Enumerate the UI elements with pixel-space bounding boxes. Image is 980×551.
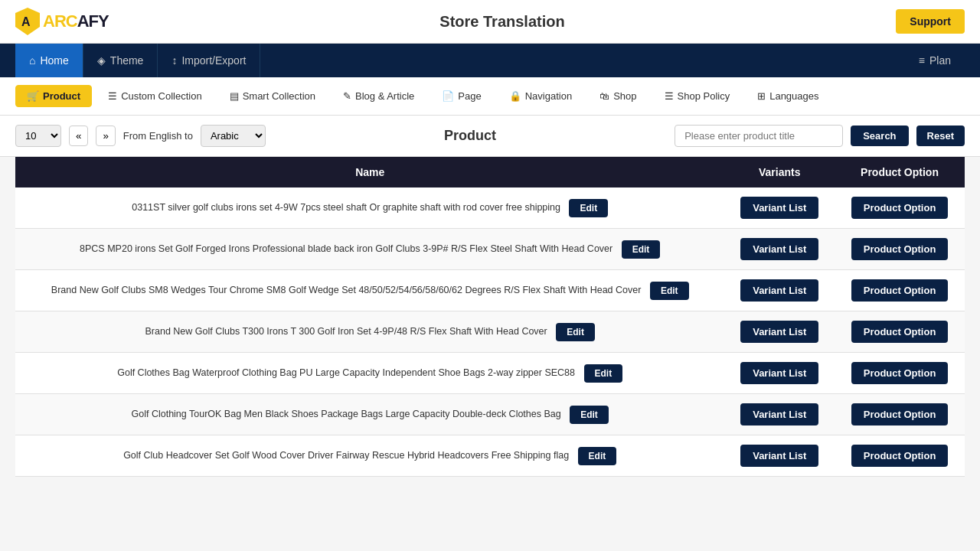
product-name-cell: Golf Club Headcover Set Golf Wood Cover …: [15, 435, 724, 477]
page-size-select[interactable]: 10 25 50 100: [15, 125, 61, 147]
sub-nav: 🛒 Product ☰ Custom Collection ▤ Smart Co…: [0, 77, 980, 116]
toolbar: 10 25 50 100 « » From English to Arabic …: [0, 116, 980, 157]
edit-button[interactable]: Edit: [650, 282, 689, 300]
table-header-row: Name Variants Product Option: [15, 157, 965, 187]
col-header-product-option: Product Option: [835, 157, 965, 187]
page-icon: 📄: [442, 90, 454, 102]
product-option-button[interactable]: Product Option: [851, 321, 949, 343]
variant-list-button[interactable]: Variant List: [740, 279, 818, 302]
custom-icon: ☰: [108, 90, 117, 102]
variant-list-button[interactable]: Variant List: [740, 445, 818, 467]
table-row: Golf Clothing TourOK Bag Men Black Shoes…: [15, 394, 965, 435]
navigation-icon: 🔒: [509, 90, 521, 102]
support-button[interactable]: Support: [896, 9, 965, 34]
nav-item-theme[interactable]: ◈ Theme: [83, 44, 158, 77]
home-icon: ⌂: [29, 54, 35, 67]
logo-text: ARCAFY: [43, 11, 109, 31]
product-option-button[interactable]: Product Option: [851, 445, 949, 467]
product-option-cell: Product Option: [835, 311, 965, 353]
variants-cell: Variant List: [724, 229, 835, 270]
sub-nav-page[interactable]: 📄 Page: [430, 85, 492, 107]
product-name: Golf Club Headcover Set Golf Wood Cover …: [123, 450, 569, 461]
nav-links: ⌂ Home ◈ Theme ↕ Import/Export: [15, 44, 260, 77]
import-icon: ↕: [172, 54, 177, 67]
logo-icon: A: [15, 8, 40, 35]
prev-page-button[interactable]: «: [69, 126, 88, 146]
sub-nav-custom-collection[interactable]: ☰ Custom Collection: [96, 85, 214, 107]
product-name: Brand New Golf Clubs SM8 Wedges Tour Chr…: [51, 285, 642, 295]
product-option-button[interactable]: Product Option: [851, 362, 949, 384]
product-name: 0311ST silver golf clubs irons set 4-9W …: [132, 202, 560, 213]
product-option-button[interactable]: Product Option: [851, 403, 949, 425]
variant-list-button[interactable]: Variant List: [740, 197, 818, 219]
table-row: Brand New Golf Clubs T300 Irons T 300 Go…: [15, 311, 965, 353]
product-name: 8PCS MP20 irons Set Golf Forged Irons Pr…: [80, 243, 612, 254]
header: A ARCAFY Store Translation Support: [0, 0, 980, 44]
variant-list-button[interactable]: Variant List: [740, 321, 818, 343]
cart-icon: 🛒: [27, 90, 39, 102]
edit-button[interactable]: Edit: [584, 364, 623, 383]
sub-nav-navigation[interactable]: 🔒 Navigation: [498, 85, 583, 107]
from-label: From English to: [123, 130, 193, 142]
logo: A ARCAFY: [15, 8, 109, 35]
product-option-button[interactable]: Product Option: [851, 197, 949, 219]
toolbar-title: Product: [273, 128, 667, 144]
table-row: 8PCS MP20 irons Set Golf Forged Irons Pr…: [15, 229, 965, 270]
edit-button[interactable]: Edit: [570, 406, 609, 424]
table-row: 0311ST silver golf clubs irons set 4-9W …: [15, 187, 965, 229]
theme-icon: ◈: [97, 54, 106, 67]
nav-bar: ⌂ Home ◈ Theme ↕ Import/Export ≡ Plan: [0, 44, 980, 77]
variants-cell: Variant List: [724, 187, 835, 229]
col-header-name: Name: [15, 157, 724, 187]
edit-button[interactable]: Edit: [578, 447, 617, 465]
search-button[interactable]: Search: [851, 126, 908, 146]
sub-nav-languages[interactable]: ⊞ Languages: [746, 85, 830, 107]
nav-item-home[interactable]: ⌂ Home: [15, 44, 83, 77]
table-container: Name Variants Product Option 0311ST silv…: [0, 157, 980, 492]
blog-icon: ✎: [343, 90, 351, 102]
policy-icon: ☰: [665, 90, 674, 102]
sub-nav-shop[interactable]: 🛍 Shop: [588, 85, 648, 107]
product-option-cell: Product Option: [835, 353, 965, 394]
page-title: Store Translation: [439, 13, 564, 31]
product-name-cell: Golf Clothes Bag Waterproof Clothing Bag…: [15, 353, 724, 394]
product-name-cell: Brand New Golf Clubs SM8 Wedges Tour Chr…: [15, 270, 724, 311]
plan-icon: ≡: [919, 54, 925, 67]
language-select[interactable]: Arabic French Spanish German: [201, 125, 266, 147]
variants-cell: Variant List: [724, 435, 835, 477]
sub-nav-shop-policy[interactable]: ☰ Shop Policy: [653, 85, 742, 107]
product-option-button[interactable]: Product Option: [851, 238, 949, 260]
search-input[interactable]: [675, 125, 843, 147]
product-name: Brand New Golf Clubs T300 Irons T 300 Go…: [145, 326, 547, 337]
variants-cell: Variant List: [724, 270, 835, 311]
products-table: Name Variants Product Option 0311ST silv…: [15, 157, 965, 477]
edit-button[interactable]: Edit: [622, 240, 661, 259]
col-header-variants: Variants: [724, 157, 835, 187]
plan-button[interactable]: ≡ Plan: [905, 44, 965, 77]
nav-item-import-export[interactable]: ↕ Import/Export: [158, 44, 260, 77]
smart-icon: ▤: [230, 90, 239, 102]
product-option-button[interactable]: Product Option: [851, 279, 949, 302]
product-option-cell: Product Option: [835, 435, 965, 477]
sub-nav-blog-article[interactable]: ✎ Blog & Article: [332, 85, 426, 107]
sub-nav-smart-collection[interactable]: ▤ Smart Collection: [218, 85, 327, 107]
variants-cell: Variant List: [724, 394, 835, 435]
sub-nav-product[interactable]: 🛒 Product: [15, 85, 92, 107]
languages-icon: ⊞: [757, 90, 766, 102]
edit-button[interactable]: Edit: [556, 323, 595, 341]
variant-list-button[interactable]: Variant List: [740, 362, 818, 384]
variants-cell: Variant List: [724, 353, 835, 394]
product-name: Golf Clothes Bag Waterproof Clothing Bag…: [117, 367, 575, 378]
product-option-cell: Product Option: [835, 394, 965, 435]
reset-button[interactable]: Reset: [916, 126, 965, 146]
product-option-cell: Product Option: [835, 270, 965, 311]
table-row: Golf Club Headcover Set Golf Wood Cover …: [15, 435, 965, 477]
shop-icon: 🛍: [599, 90, 609, 102]
variant-list-button[interactable]: Variant List: [740, 238, 818, 260]
product-name-cell: 0311ST silver golf clubs irons set 4-9W …: [15, 187, 724, 229]
next-page-button[interactable]: »: [96, 126, 115, 146]
edit-button[interactable]: Edit: [569, 199, 608, 217]
product-name-cell: Golf Clothing TourOK Bag Men Black Shoes…: [15, 394, 724, 435]
variants-cell: Variant List: [724, 311, 835, 353]
variant-list-button[interactable]: Variant List: [740, 403, 818, 425]
